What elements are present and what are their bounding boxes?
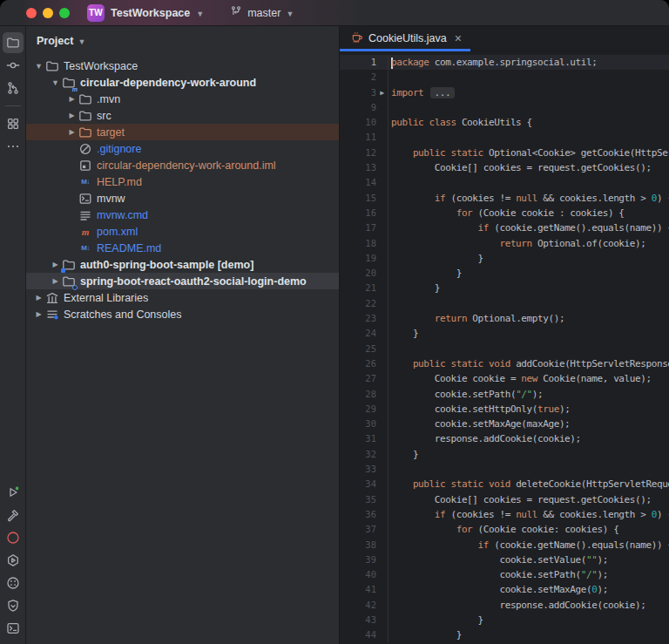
line-number[interactable]: 16 <box>340 206 376 220</box>
code-line-38[interactable]: 38 if (cookie.getName().equals(name)) { <box>340 538 669 552</box>
code-line-10[interactable]: 10public class CookieUtils { <box>340 115 669 130</box>
line-number[interactable]: 29 <box>340 402 376 417</box>
tree-item-pom-xml[interactable]: mpom.xml <box>26 223 339 240</box>
line-number[interactable]: 9 <box>340 100 376 115</box>
code-line-22[interactable]: 22 <box>340 296 669 311</box>
code-line-41[interactable]: 41 cookie.setMaxAge(0); <box>340 582 669 597</box>
code-line-3[interactable]: 3▶import ... <box>340 85 669 100</box>
line-number[interactable]: 39 <box>340 552 376 567</box>
code-line-24[interactable]: 24 } <box>340 326 669 341</box>
line-number[interactable]: 24 <box>340 326 376 341</box>
line-number[interactable]: 3 <box>340 85 376 100</box>
code-line-16[interactable]: 16 for (Cookie cookie : cookies) { <box>340 206 669 220</box>
services-tool-button[interactable] <box>3 550 24 571</box>
chevron-right-icon[interactable]: ▶ <box>65 112 78 119</box>
line-number[interactable]: 19 <box>340 251 376 266</box>
close-tab-icon[interactable]: × <box>455 32 462 44</box>
project-tool-button[interactable] <box>3 32 24 53</box>
line-number[interactable]: 11 <box>340 130 376 145</box>
branch-switcher[interactable]: master ▼ <box>230 5 294 20</box>
tree-item-gitignore[interactable]: .gitignore <box>26 140 339 157</box>
code-line-28[interactable]: 28 cookie.setPath("/"); <box>340 387 669 402</box>
line-number[interactable]: 13 <box>340 160 376 175</box>
build-tool-button[interactable] <box>3 505 24 525</box>
editor-tab-cookieutils[interactable]: CookieUtils.java × <box>340 26 470 51</box>
chevron-right-icon[interactable]: ▶ <box>65 95 78 103</box>
code-line-17[interactable]: 17 if (cookie.getName().equals(name)) { <box>340 220 669 235</box>
chevron-right-icon[interactable]: ▶ <box>49 261 62 268</box>
close-window-button[interactable] <box>26 8 37 18</box>
line-number[interactable]: 20 <box>340 266 376 281</box>
minimize-window-button[interactable] <box>43 8 53 18</box>
line-number[interactable]: 12 <box>340 146 376 160</box>
line-number[interactable]: 41 <box>340 582 376 597</box>
line-number[interactable]: 31 <box>340 431 376 446</box>
problems-tool-button[interactable] <box>3 527 24 548</box>
line-number[interactable]: 35 <box>340 492 376 507</box>
line-number[interactable]: 17 <box>340 220 376 235</box>
terminal-tool-button[interactable] <box>3 618 24 639</box>
line-number[interactable]: 2 <box>340 70 376 85</box>
line-number[interactable]: 10 <box>340 115 376 130</box>
tree-item-testworkspace[interactable]: ▼TestWorkspace <box>26 58 339 74</box>
code-line-13[interactable]: 13 Cookie[] cookies = request.getCookies… <box>340 160 669 175</box>
tree-item-circular-dependency-work-around[interactable]: ▼mcircular-dependency-work-around <box>26 74 339 91</box>
vcs-tool-button[interactable] <box>3 78 24 98</box>
tree-item-scratches-and-consoles[interactable]: ▶Scratches and Consoles <box>26 306 339 322</box>
run-tool-button[interactable] <box>3 482 24 503</box>
structure-tool-button[interactable] <box>3 113 24 134</box>
line-number[interactable]: 36 <box>340 507 376 522</box>
line-number[interactable]: 1 <box>340 55 376 70</box>
chevron-right-icon[interactable]: ▶ <box>49 277 62 285</box>
code-line-32[interactable]: 32 } <box>340 447 669 462</box>
line-number[interactable]: 44 <box>340 627 376 642</box>
line-number[interactable]: 37 <box>340 522 376 537</box>
line-number[interactable]: 21 <box>340 281 376 295</box>
line-number[interactable]: 28 <box>340 387 376 402</box>
chevron-down-icon[interactable]: ▼ <box>32 62 45 71</box>
line-number[interactable]: 40 <box>340 567 376 582</box>
code-line-14[interactable]: 14 <box>340 175 669 190</box>
code-line-39[interactable]: 39 cookie.setValue(""); <box>340 552 669 567</box>
code-line-43[interactable]: 43 } <box>340 613 669 627</box>
code-viewport[interactable]: 1package com.example.springsocial.util;2… <box>340 51 669 644</box>
chevron-right-icon[interactable]: ▶ <box>32 294 45 302</box>
code-line-20[interactable]: 20 } <box>340 266 669 281</box>
code-line-37[interactable]: 37 for (Cookie cookie: cookies) { <box>340 522 669 537</box>
code-line-27[interactable]: 27 Cookie cookie = new Cookie(name, valu… <box>340 371 669 386</box>
code-line-30[interactable]: 30 cookie.setMaxAge(maxAge); <box>340 417 669 431</box>
coverage-tool-button[interactable] <box>3 573 24 593</box>
code-line-42[interactable]: 42 response.addCookie(cookie); <box>340 598 669 613</box>
tree-item-target[interactable]: ▶target <box>26 124 339 140</box>
code-line-44[interactable]: 44 } <box>340 627 669 642</box>
code-line-40[interactable]: 40 cookie.setPath("/"); <box>340 567 669 582</box>
code-line-29[interactable]: 29 cookie.setHttpOnly(true); <box>340 402 669 417</box>
code-line-9[interactable]: 9 <box>340 100 669 115</box>
code-line-33[interactable]: 33 <box>340 462 669 477</box>
fold-collapsed-icon[interactable]: ▶ <box>376 85 389 100</box>
code-line-23[interactable]: 23 return Optional.empty(); <box>340 311 669 326</box>
code-line-36[interactable]: 36 if (cookies != null && cookies.length… <box>340 507 669 522</box>
code-line-2[interactable]: 2 <box>340 70 669 85</box>
line-number[interactable]: 34 <box>340 477 376 491</box>
line-number[interactable]: 25 <box>340 342 376 356</box>
more-tools-button[interactable] <box>3 136 24 157</box>
tree-item-src[interactable]: ▶src <box>26 107 339 124</box>
code-line-15[interactable]: 15 if (cookies != null && cookies.length… <box>340 191 669 206</box>
dependencies-tool-button[interactable] <box>3 595 24 616</box>
tree-item-mvnw[interactable]: mvnw <box>26 190 339 207</box>
line-number[interactable]: 27 <box>340 371 376 386</box>
line-number[interactable]: 18 <box>340 236 376 251</box>
chevron-right-icon[interactable]: ▶ <box>32 310 45 318</box>
code-line-21[interactable]: 21 } <box>340 281 669 295</box>
line-number[interactable]: 33 <box>340 462 376 477</box>
line-number[interactable]: 42 <box>340 598 376 613</box>
line-number[interactable]: 38 <box>340 538 376 552</box>
code-line-35[interactable]: 35 Cookie[] cookies = request.getCookies… <box>340 492 669 507</box>
tree-item-mvn[interactable]: ▶.mvn <box>26 91 339 107</box>
line-number[interactable]: 32 <box>340 447 376 462</box>
code-line-1[interactable]: 1package com.example.springsocial.util; <box>340 55 669 70</box>
line-number[interactable]: 14 <box>340 175 376 190</box>
line-number[interactable]: 30 <box>340 417 376 431</box>
chevron-right-icon[interactable]: ▶ <box>65 128 78 136</box>
